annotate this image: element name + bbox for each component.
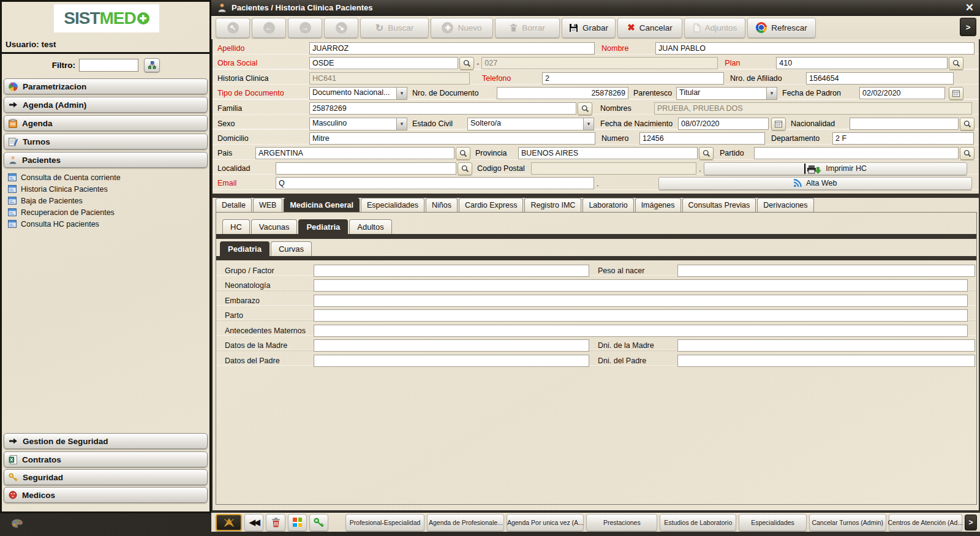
sidebar-item-parametrizacion[interactable]: Parametrizacion [4, 78, 208, 94]
sidebar-item-gestion-seguridad[interactable]: Gestion de Seguridad [4, 433, 208, 449]
refrescar-button[interactable]: Refrescar [747, 18, 816, 38]
tab-derivaciones[interactable]: Derivaciones [757, 198, 813, 212]
alta-web-button[interactable]: Alta Web [658, 177, 972, 190]
fecha-padron-calendar-button[interactable] [949, 87, 963, 100]
sidebar-subitem-baja-pacientes[interactable]: Baja de Pacientes [8, 195, 83, 206]
nro-afiliado-input[interactable] [806, 72, 954, 85]
parto-input[interactable] [314, 309, 968, 322]
nav-next-button[interactable]: → [288, 18, 322, 38]
profesional-especialidad-button[interactable]: Profesional-Especialidad [345, 514, 425, 531]
sidebar-item-contratos[interactable]: Contratos [4, 451, 208, 467]
plan-input[interactable] [776, 57, 948, 69]
nav-prev-button[interactable]: ← [252, 18, 286, 38]
provincia-search-button[interactable] [699, 147, 714, 160]
neonatologia-input[interactable] [314, 279, 968, 292]
tipo-documento-select[interactable]: Documento Nacional... ▾ [309, 87, 407, 100]
bottombar-expand-button[interactable]: > [965, 515, 977, 530]
nav-last-button[interactable]: ↘ [324, 18, 358, 38]
estado-civil-select[interactable]: Soltero/a ▾ [467, 118, 594, 130]
sidebar-item-pacientes[interactable]: Pacientes [4, 152, 208, 168]
obra-social-input[interactable] [309, 57, 458, 69]
pais-input[interactable] [255, 147, 454, 159]
tab-medicina-general[interactable]: Medicina General [284, 198, 360, 212]
borrar-button[interactable]: Borrar [495, 18, 560, 38]
tab-imagenes[interactable]: Imágenes [635, 198, 681, 212]
imprimir-hc-button[interactable]: Imprimir HC [704, 162, 967, 175]
innertab-pediatria[interactable]: Pediatria [220, 241, 270, 256]
familia-input[interactable] [309, 102, 576, 115]
provincia-input[interactable] [518, 147, 698, 159]
subtab-vacunas[interactable]: Vacunas [251, 219, 298, 234]
windows-button[interactable] [288, 514, 307, 531]
sidebar-item-seguridad[interactable]: Seguridad [4, 469, 208, 485]
sidebar-item-agenda-admin[interactable]: Agenda (Admin) [4, 97, 208, 113]
nombre-input[interactable] [655, 42, 974, 55]
partido-search-button[interactable] [960, 147, 974, 160]
fecha-nacimiento-input[interactable] [678, 118, 769, 130]
nav-first-button[interactable]: ↖ [216, 18, 250, 38]
antecedentes-maternos-input[interactable] [314, 325, 968, 337]
sidebar-subitem-historia-clinica[interactable]: Historia Clinica Pacientes [8, 183, 108, 195]
subtab-pediatria[interactable]: Pediatria [298, 219, 348, 234]
telefono-input[interactable] [542, 72, 724, 85]
sidebar-subitem-consulta-hc[interactable]: Consulta HC pacientes [8, 218, 99, 230]
partido-input[interactable] [754, 147, 959, 159]
grupo-factor-input[interactable] [314, 265, 589, 277]
subtab-adultos[interactable]: Adultos [349, 219, 391, 234]
tab-consultas-previas[interactable]: Consultas Previas [682, 198, 756, 212]
datos-madre-input[interactable] [314, 339, 589, 352]
datos-padre-input[interactable] [314, 355, 589, 367]
sidebar-item-agenda[interactable]: Agenda [4, 115, 208, 131]
nacionalidad-search-button[interactable] [960, 118, 974, 130]
prestaciones-button[interactable]: Prestaciones [586, 514, 657, 531]
key-button[interactable] [309, 514, 328, 531]
email-input[interactable] [276, 177, 594, 189]
obra-social-search-button[interactable] [459, 57, 474, 70]
close-icon[interactable]: ✕ [965, 1, 974, 14]
apellido-input[interactable] [309, 42, 595, 55]
delete-button[interactable] [266, 514, 285, 531]
rewind-button[interactable]: ◀◀ [244, 514, 263, 531]
palette-icon[interactable] [11, 518, 23, 530]
dni-madre-input[interactable] [677, 339, 975, 352]
buscar-button[interactable]: ↻ Buscar [360, 18, 429, 38]
sidebar-subitem-cuenta-corriente[interactable]: Consulta de Cuenta corriente [8, 172, 121, 183]
especialidades-button[interactable]: Especialidades [739, 514, 807, 531]
numero-input[interactable] [639, 132, 765, 145]
localidad-search-button[interactable] [458, 162, 472, 175]
sidebar-item-turnos[interactable]: Turnos [4, 134, 208, 149]
nacionalidad-input[interactable] [850, 118, 959, 130]
sidebar-item-medicos[interactable]: Medicos [4, 487, 208, 503]
tab-especialidades[interactable]: Especialidades [361, 198, 424, 212]
filter-tree-button[interactable] [144, 58, 160, 72]
toolbar-expand-button[interactable]: > [960, 18, 976, 36]
estudios-laboratorio-button[interactable]: Estudios de Laboratorio [660, 514, 736, 531]
tab-ninos[interactable]: Niños [426, 198, 458, 212]
fecha-padron-input[interactable] [859, 87, 945, 99]
nuevo-button[interactable]: ✚ Nuevo [431, 18, 493, 38]
centros-atencion-button[interactable]: Centros de Atención (Ad... [889, 514, 962, 531]
parentesco-select[interactable]: Titular ▾ [676, 87, 777, 100]
plan-search-button[interactable] [949, 57, 963, 70]
logo-star-button[interactable] [216, 514, 242, 531]
dni-padre-input[interactable] [677, 355, 975, 367]
innertab-curvas[interactable]: Curvas [271, 241, 312, 256]
tab-registro-imc[interactable]: Registro IMC [524, 198, 581, 212]
embarazo-input[interactable] [314, 295, 968, 307]
agenda-unica-vez-button[interactable]: Agenda Por unica vez (A... [507, 514, 584, 531]
cancelar-button[interactable]: ✖ Cancelar [617, 18, 682, 38]
domicilio-input[interactable] [309, 132, 595, 145]
familia-search-button[interactable] [578, 102, 592, 115]
filter-input[interactable] [79, 59, 138, 72]
tab-detalle[interactable]: Detalle [216, 198, 252, 212]
tab-web[interactable]: WEB [253, 198, 282, 212]
cancelar-turnos-button[interactable]: Cancelar Turnos (Admin) [809, 514, 886, 531]
tab-laboratorio[interactable]: Laboratorio [582, 198, 633, 212]
subtab-hc[interactable]: HC [222, 219, 250, 234]
localidad-input[interactable] [276, 162, 456, 175]
grabar-button[interactable]: Grabar [562, 18, 616, 38]
tab-cardio-express[interactable]: Cardio Express [459, 198, 523, 212]
agenda-profesionales-button[interactable]: Agenda de Profesionale... [427, 514, 504, 531]
sexo-select[interactable]: Masculino ▾ [309, 118, 407, 130]
sidebar-subitem-recuperacion[interactable]: Recuperacion de Pacientes [8, 206, 115, 218]
